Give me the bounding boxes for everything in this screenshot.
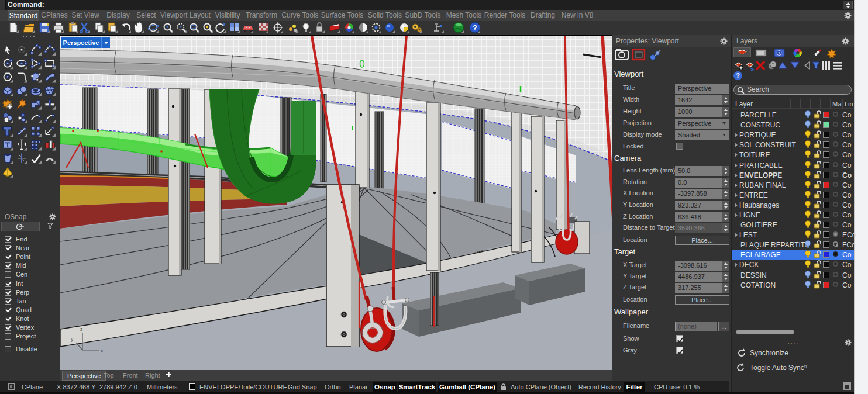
- svg-text:y: y: [71, 336, 74, 342]
- svg-text:z: z: [80, 326, 83, 332]
- svg-text:x: x: [101, 348, 104, 354]
- svg-text:?: ?: [473, 23, 477, 32]
